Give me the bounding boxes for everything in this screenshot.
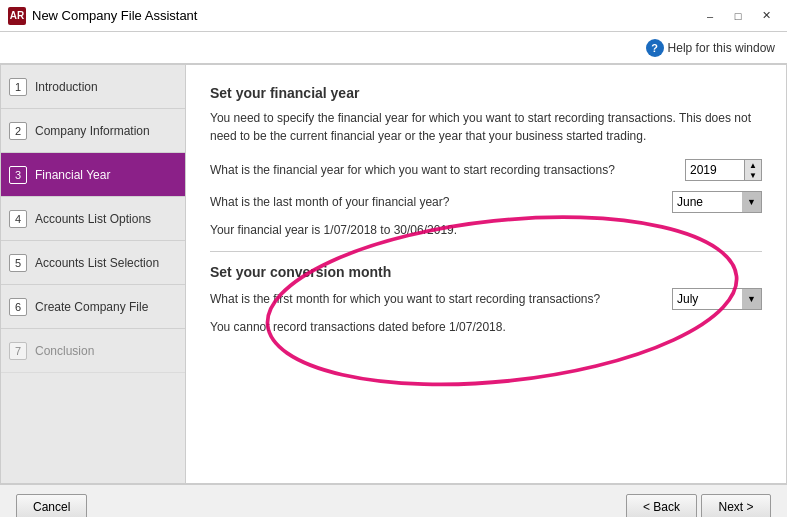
step-number-6: 6 (9, 298, 27, 316)
sidebar-item-financial-year[interactable]: 3 Financial Year (1, 153, 185, 197)
help-bar: ? Help for this window (0, 32, 787, 64)
sidebar-item-conclusion: 7 Conclusion (1, 329, 185, 373)
sidebar: 1 Introduction 2 Company Information 3 F… (1, 65, 186, 483)
year-field-row: What is the financial year for which you… (210, 159, 762, 181)
year-input[interactable] (685, 159, 745, 181)
content-area: Set your financial year You need to spec… (186, 65, 786, 483)
year-field-label: What is the financial year for which you… (210, 163, 685, 177)
close-button[interactable]: ✕ (753, 6, 779, 26)
navigation-buttons: < Back Next > (626, 494, 771, 517)
financial-year-title: Set your financial year (210, 85, 762, 101)
next-button[interactable]: Next > (701, 494, 771, 517)
conversion-restriction-text: You cannot record transactions dated bef… (210, 320, 762, 334)
main-layout: 1 Introduction 2 Company Information 3 F… (0, 64, 787, 484)
conversion-month-title: Set your conversion month (210, 264, 762, 280)
step-number-5: 5 (9, 254, 27, 272)
year-field-input: ▲ ▼ (685, 159, 762, 181)
sidebar-item-create-company[interactable]: 6 Create Company File (1, 285, 185, 329)
financial-year-description: You need to specify the financial year f… (210, 109, 762, 145)
sidebar-item-company-info[interactable]: 2 Company Information (1, 109, 185, 153)
maximize-button[interactable]: □ (725, 6, 751, 26)
bottom-bar: Cancel < Back Next > (0, 484, 787, 517)
step-number-2: 2 (9, 122, 27, 140)
year-spin-down[interactable]: ▼ (745, 170, 761, 180)
sidebar-label-conclusion: Conclusion (35, 344, 94, 358)
sidebar-item-accounts-list-selection[interactable]: 5 Accounts List Selection (1, 241, 185, 285)
step-number-1: 1 (9, 78, 27, 96)
section-divider (210, 251, 762, 252)
sidebar-label-accounts-list-selection: Accounts List Selection (35, 256, 159, 270)
last-month-field-label: What is the last month of your financial… (210, 195, 672, 209)
minimize-button[interactable]: – (697, 6, 723, 26)
sidebar-item-accounts-list-options[interactable]: 4 Accounts List Options (1, 197, 185, 241)
help-icon: ? (646, 39, 664, 57)
conversion-month-label: What is the first month for which you wa… (210, 292, 672, 306)
step-number-7: 7 (9, 342, 27, 360)
sidebar-label-introduction: Introduction (35, 80, 98, 94)
fy-info-text: Your financial year is 1/07/2018 to 30/0… (210, 223, 762, 237)
last-month-field-row: What is the last month of your financial… (210, 191, 762, 213)
back-button[interactable]: < Back (626, 494, 697, 517)
window-title: New Company File Assistant (32, 8, 197, 23)
sidebar-item-introduction[interactable]: 1 Introduction (1, 65, 185, 109)
help-button[interactable]: ? Help for this window (646, 39, 775, 57)
year-spin-up[interactable]: ▲ (745, 160, 761, 170)
sidebar-label-create-company: Create Company File (35, 300, 148, 314)
title-bar: AR New Company File Assistant – □ ✕ (0, 0, 787, 32)
sidebar-label-accounts-list-options: Accounts List Options (35, 212, 151, 226)
sidebar-label-financial-year: Financial Year (35, 168, 110, 182)
last-month-select[interactable]: JanuaryFebruaryMarch AprilMayJune JulyAu… (672, 191, 762, 213)
last-month-select-wrapper: JanuaryFebruaryMarch AprilMayJune JulyAu… (672, 191, 762, 213)
step-number-4: 4 (9, 210, 27, 228)
window-controls: – □ ✕ (697, 6, 779, 26)
sidebar-label-company-info: Company Information (35, 124, 150, 138)
step-number-3: 3 (9, 166, 27, 184)
year-spin-buttons: ▲ ▼ (745, 159, 762, 181)
conversion-month-select[interactable]: JulyAugustSeptember OctoberNovemberDecem… (672, 288, 762, 310)
conversion-month-select-wrapper: JulyAugustSeptember OctoberNovemberDecem… (672, 288, 762, 310)
help-label: Help for this window (668, 41, 775, 55)
cancel-button[interactable]: Cancel (16, 494, 87, 517)
conversion-month-field-row: What is the first month for which you wa… (210, 288, 762, 310)
app-icon: AR (8, 7, 26, 25)
